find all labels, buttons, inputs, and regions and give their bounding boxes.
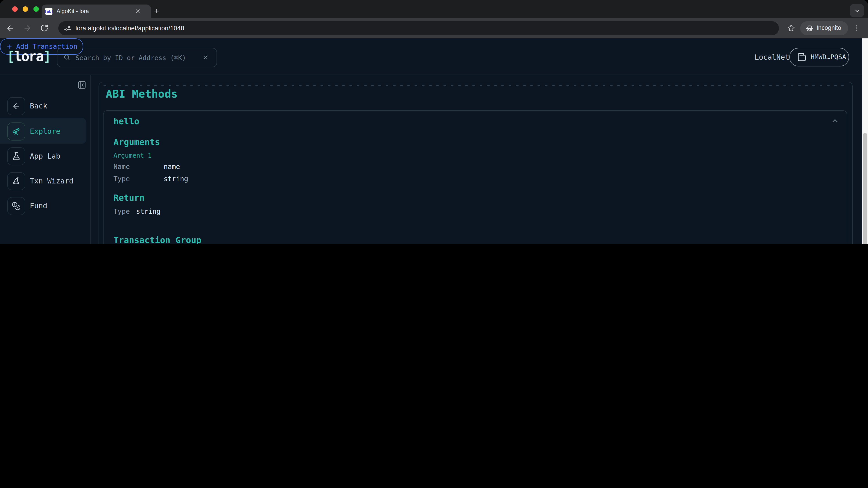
browser-menu-icon[interactable]: [852, 24, 860, 32]
browser-tab[interactable]: [ak] AlgoKit - lora: [41, 4, 151, 18]
wizard-hat-icon: [7, 172, 25, 190]
bookmark-star-icon[interactable]: [787, 24, 795, 32]
sidebar-collapse-icon[interactable]: [77, 80, 86, 90]
argument-name-label: Name: [114, 163, 130, 171]
lora-logo[interactable]: [lora]: [7, 48, 51, 64]
telescope-icon: [7, 123, 25, 140]
site-info-icon[interactable]: [64, 24, 71, 32]
method-name-heading: hello: [114, 116, 139, 126]
favicon-icon: [ak]: [45, 8, 53, 15]
argument1-heading: Argument 1: [114, 152, 152, 159]
sidebar-divider: [90, 75, 91, 244]
search-input[interactable]: [74, 48, 198, 67]
arguments-heading: Arguments: [114, 137, 160, 147]
argument-name-value: name: [164, 163, 180, 171]
lora-app: [lora] LocalNet HMWD…PQSA Back Explore: [0, 38, 868, 244]
return-type-label: Type: [114, 207, 130, 216]
traffic-zoom-button[interactable]: [33, 6, 39, 12]
browser-toolbar: lora.algokit.io/localnet/application/104…: [0, 18, 868, 38]
browser-window: [ak] AlgoKit - lora lora.algokit.io/l: [0, 0, 868, 244]
sidebar-item-back[interactable]: Back: [0, 97, 90, 118]
transaction-group-heading: Transaction Group: [114, 235, 202, 244]
card-dashed-decor: [103, 85, 848, 86]
wallet-icon: [797, 53, 807, 62]
network-label[interactable]: LocalNet: [754, 53, 789, 61]
abi-methods-title: ABI Methods: [106, 88, 178, 100]
sidebar-item-txn-wizard[interactable]: Txn Wizard: [0, 172, 90, 193]
method-hello-card: [103, 110, 847, 244]
browser-tabstrip: [ak] AlgoKit - lora: [0, 0, 868, 18]
wallet-button[interactable]: HMWD…PQSA: [789, 48, 849, 66]
search-box[interactable]: [57, 48, 217, 67]
traffic-minimize-button[interactable]: [23, 6, 28, 12]
collapse-chevron-up-icon[interactable]: [831, 117, 839, 125]
incognito-label: Incognito: [816, 24, 841, 31]
header-divider: [0, 74, 862, 75]
scrollbar-thumb[interactable]: [863, 133, 867, 244]
search-clear-icon[interactable]: [203, 54, 209, 61]
screen: [ak] AlgoKit - lora lora.algokit.io/l: [0, 0, 868, 244]
flask-icon: [7, 147, 25, 165]
argument-type-value: string: [164, 175, 188, 183]
wallet-address: HMWD…PQSA: [811, 53, 846, 61]
sidebar-item-explore[interactable]: Explore: [0, 123, 90, 143]
page-scrollbar[interactable]: [862, 38, 868, 244]
reload-button[interactable]: [40, 24, 49, 32]
url-bar[interactable]: lora.algokit.io/localnet/application/104…: [58, 21, 779, 35]
forward-button[interactable]: [23, 24, 32, 33]
tab-close-icon[interactable]: [135, 8, 141, 15]
back-button[interactable]: [6, 24, 14, 33]
arrow-left-icon: [7, 97, 25, 115]
return-type-value: string: [136, 207, 160, 216]
url-text[interactable]: lora.algokit.io/localnet/application/104…: [75, 24, 184, 32]
coins-icon: [7, 197, 25, 215]
argument-type-label: Type: [114, 175, 130, 183]
search-icon: [63, 54, 70, 61]
sidebar-item-fund[interactable]: Fund: [0, 197, 90, 218]
incognito-icon: [806, 24, 814, 33]
incognito-badge: Incognito: [800, 21, 848, 35]
tab-search-chevron-button[interactable]: [850, 4, 864, 17]
traffic-close-button[interactable]: [12, 6, 18, 12]
return-heading: Return: [114, 193, 145, 202]
sidebar-item-app-lab[interactable]: App Lab: [0, 147, 90, 168]
tab-title: AlgoKit - lora: [57, 8, 89, 14]
new-tab-button[interactable]: [153, 8, 160, 14]
